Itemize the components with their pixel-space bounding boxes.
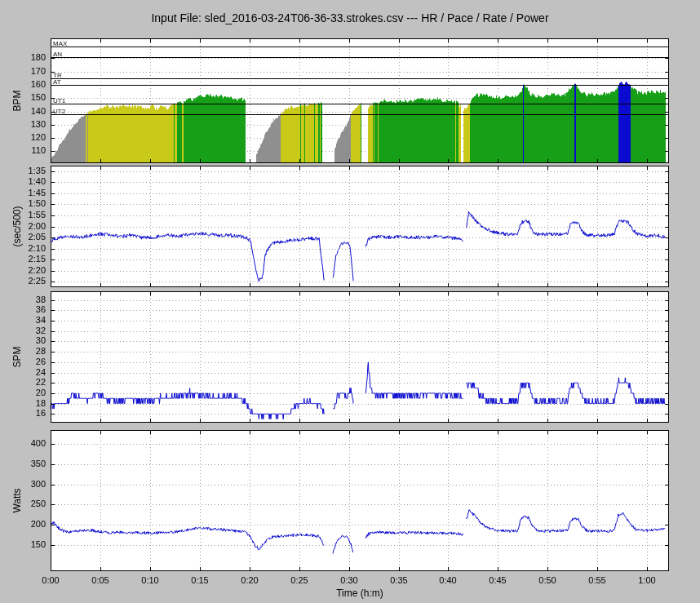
chart-canvas <box>0 0 700 603</box>
chart-title: Input File: sled_2016-03-24T06-36-33.str… <box>0 11 700 24</box>
chart-figure: Input File: sled_2016-03-24T06-36-33.str… <box>0 0 700 603</box>
